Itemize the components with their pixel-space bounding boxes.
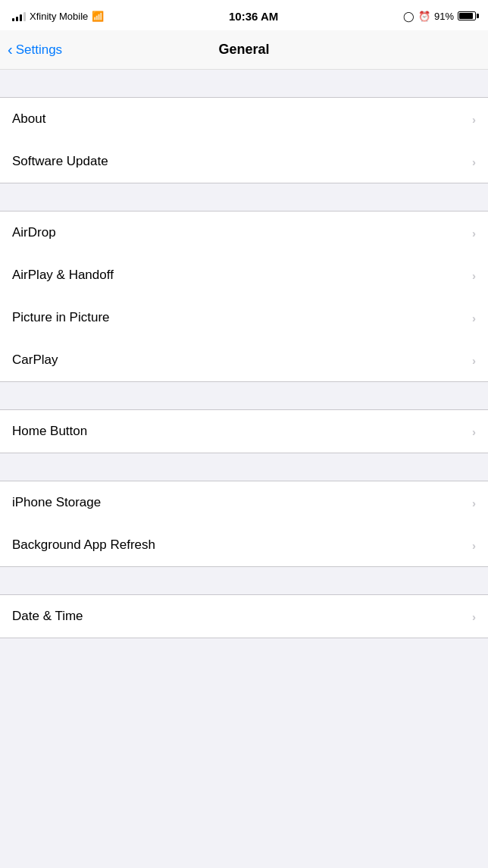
iphone-storage-label: iPhone Storage (12, 495, 101, 510)
list-item-date-time[interactable]: Date & Time › (0, 595, 488, 638)
bar1 (12, 18, 14, 21)
status-left: Xfinity Mobile 📶 (12, 11, 104, 22)
back-button[interactable]: ‹ Settings (8, 42, 62, 58)
wifi-icon: 📶 (92, 11, 104, 22)
page-title: General (218, 42, 269, 58)
chevron-home-button: › (472, 425, 476, 438)
list-item-picture-in-picture[interactable]: Picture in Picture › (0, 296, 488, 339)
section-4: iPhone Storage › Background App Refresh … (0, 481, 488, 567)
chevron-airplay-handoff: › (472, 269, 476, 282)
chevron-picture-in-picture: › (472, 312, 476, 324)
spacer-5 (0, 567, 488, 594)
alarm-icon: ⏰ (418, 11, 430, 22)
back-chevron-icon: ‹ (8, 41, 13, 58)
spacer-3 (0, 382, 488, 409)
chevron-carplay: › (472, 354, 476, 367)
section-3: Home Button › (0, 409, 488, 453)
screen-record-icon: ◯ (403, 11, 414, 22)
background-app-refresh-label: Background App Refresh (12, 537, 155, 553)
battery-percent: 91% (434, 11, 454, 22)
chevron-about: › (472, 113, 476, 126)
battery-fill (459, 13, 473, 19)
section-2: AirDrop › AirPlay & Handoff › Picture in… (0, 211, 488, 382)
list-item-about[interactable]: About › (0, 98, 488, 140)
list-item-iphone-storage[interactable]: iPhone Storage › (0, 481, 488, 524)
carrier-label: Xfinity Mobile (30, 11, 88, 22)
section-1: About › Software Update › (0, 97, 488, 183)
about-label: About (12, 111, 45, 127)
list-item-home-button[interactable]: Home Button › (0, 410, 488, 453)
list-item-background-app-refresh[interactable]: Background App Refresh › (0, 524, 488, 566)
spacer-4 (0, 453, 488, 481)
list-item-carplay[interactable]: CarPlay › (0, 339, 488, 381)
chevron-iphone-storage: › (472, 497, 476, 509)
airplay-handoff-label: AirPlay & Handoff (12, 268, 114, 283)
nav-bar: ‹ Settings General (0, 30, 488, 70)
bar4 (23, 12, 26, 21)
picture-in-picture-label: Picture in Picture (12, 310, 110, 325)
list-item-airplay-handoff[interactable]: AirPlay & Handoff › (0, 254, 488, 296)
chevron-software-update: › (472, 155, 476, 168)
spacer-top (0, 70, 488, 97)
status-right: ◯ ⏰ 91% (403, 11, 476, 22)
list-item-airdrop[interactable]: AirDrop › (0, 212, 488, 254)
date-time-label: Date & Time (12, 609, 83, 624)
chevron-background-app-refresh: › (472, 539, 476, 552)
status-time: 10:36 AM (229, 10, 278, 23)
list-item-software-update[interactable]: Software Update › (0, 140, 488, 183)
back-label: Settings (16, 42, 62, 58)
bar2 (16, 17, 18, 21)
spacer-2 (0, 183, 488, 211)
status-bar: Xfinity Mobile 📶 10:36 AM ◯ ⏰ 91% (0, 0, 488, 30)
chevron-airdrop: › (472, 227, 476, 240)
battery-icon (458, 11, 476, 20)
signal-bars (12, 11, 26, 21)
section-5: Date & Time › (0, 594, 488, 638)
chevron-date-time: › (472, 610, 476, 623)
bar3 (20, 14, 22, 21)
airdrop-label: AirDrop (12, 225, 56, 240)
software-update-label: Software Update (12, 154, 108, 169)
home-button-label: Home Button (12, 424, 87, 439)
carplay-label: CarPlay (12, 353, 58, 368)
